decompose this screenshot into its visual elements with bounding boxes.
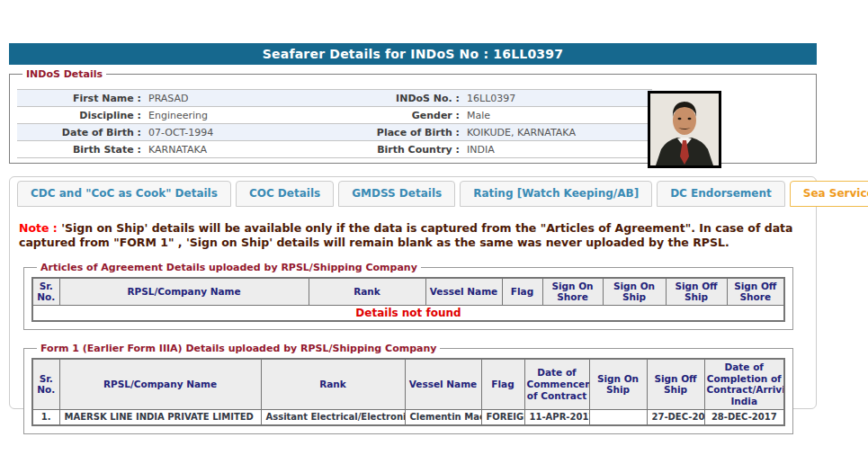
date-of-birth-label: Date of Birth : (17, 127, 141, 138)
tab-rating-watch-keeping-ab[interactable]: Rating [Watch Keeping/AB] (460, 181, 652, 207)
col-sign-on-shore: Sign On Shore (542, 278, 603, 306)
col-sign-on-ship: Sign On Ship (603, 278, 666, 306)
first-name-value: PRASAD (148, 93, 189, 104)
col-flag: Flag (502, 278, 542, 306)
col-sign-off-ship: Sign Off Ship (647, 359, 704, 409)
table-row: 1. MAERSK LINE INDIA PRIVATE LIMITED Ass… (32, 409, 784, 425)
cell-rank: Assitant Electrical/Electronics Officer (261, 409, 405, 425)
cell-commencement: 11-APR-2017 (524, 409, 589, 425)
detail-row: Birth State : KARNATAKA Birth Country : … (17, 141, 652, 158)
col-sr-no: Sr. No. (32, 278, 59, 306)
tab-coc-details[interactable]: COC Details (236, 181, 334, 207)
note-body: 'Sign on Ship' details will be available… (19, 221, 793, 249)
place-of-birth-label: Place of Birth : (370, 127, 460, 138)
col-rank: Rank (261, 359, 405, 409)
details-not-found-message: Details not found (32, 305, 784, 321)
col-sign-on-ship: Sign On Ship (589, 359, 647, 409)
form1-section: Form 1 (Earlier Form IIIA) Details uploa… (23, 343, 793, 434)
indos-no-value: 16LL0397 (467, 93, 515, 104)
col-sr-no: Sr. No. (32, 359, 59, 409)
articles-of-agreement-table: Sr. No. RPSL/Company Name Rank Vessel Na… (31, 277, 785, 323)
tab-sea-service-details[interactable]: Sea Service Details (790, 181, 868, 207)
discipline-value: Engineering (148, 110, 208, 121)
col-flag: Flag (481, 359, 524, 409)
cell-company: MAERSK LINE INDIA PRIVATE LIMITED (59, 409, 261, 425)
col-vessel-name: Vessel Name (405, 359, 481, 409)
cell-sign-off-ship: 27-DEC-2017 (647, 409, 704, 425)
detail-row: Discipline : Engineering Gender : Male (17, 107, 652, 124)
seafarer-photo (648, 91, 721, 168)
cell-sign-on-ship (589, 409, 647, 425)
col-rpsl-company-name: RPSL/Company Name (59, 278, 309, 306)
indos-details-section: INDoS Details First Name : PRASAD INDoS … (9, 68, 817, 164)
col-vessel-name: Vessel Name (425, 278, 502, 306)
articles-of-agreement-legend: Articles of Agreement Details uploaded b… (37, 262, 421, 273)
table-header-row: Sr. No. RPSL/Company Name Rank Vessel Na… (32, 359, 784, 409)
col-sign-off-ship: Sign Off Ship (666, 278, 727, 306)
birth-state-value: KARNATAKA (148, 144, 207, 156)
articles-of-agreement-section: Articles of Agreement Details uploaded b… (23, 262, 793, 331)
first-name-label: First Name : (17, 93, 141, 104)
gender-value: Male (467, 110, 490, 121)
seafarer-photo-image (650, 94, 719, 165)
discipline-label: Discipline : (17, 110, 141, 121)
tab-cdc-coc-as-cook-details[interactable]: CDC and "CoC as Cook" Details (17, 181, 231, 207)
cell-flag: FOREIGN (481, 409, 524, 425)
col-date-of-completion: Date of Completion of Contract/Arriving … (704, 359, 784, 409)
page-title: Seafarer Details for INDoS No : 16LL0397 (9, 43, 817, 65)
tab-gmdss-details[interactable]: GMDSS Details (338, 181, 455, 207)
indos-no-label: INDoS No. : (370, 93, 460, 104)
tab-bar: CDC and "CoC as Cook" Details COC Detail… (17, 181, 816, 207)
seafarer-details-page: Seafarer Details for INDoS No : 16LL0397… (0, 0, 868, 455)
date-of-birth-value: 07-OCT-1994 (148, 127, 213, 138)
cell-completion: 28-DEC-2017 (704, 409, 784, 425)
detail-row: Date of Birth : 07-OCT-1994 Place of Bir… (17, 124, 652, 141)
birth-country-label: Birth Country : (370, 144, 460, 156)
col-sign-off-shore: Sign Off Shore (727, 278, 784, 306)
indos-details-legend: INDoS Details (22, 68, 106, 80)
col-date-of-commencement: Date of Commencement of Contract (524, 359, 589, 409)
note-text: Note : 'Sign on Ship' details will be av… (19, 221, 807, 251)
detail-row: First Name : PRASAD INDoS No. : 16LL0397 (17, 90, 652, 107)
indos-detail-rows: First Name : PRASAD INDoS No. : 16LL0397… (17, 89, 652, 158)
empty-row: Details not found (32, 305, 784, 321)
tab-panel: CDC and "CoC as Cook" Details COC Detail… (9, 176, 817, 409)
col-rank: Rank (309, 278, 425, 306)
tab-dc-endorsement[interactable]: DC Endorsement (657, 181, 785, 207)
table-header-row: Sr. No. RPSL/Company Name Rank Vessel Na… (32, 278, 784, 306)
form1-legend: Form 1 (Earlier Form IIIA) Details uploa… (37, 343, 440, 354)
birth-country-value: INDIA (467, 144, 495, 156)
place-of-birth-value: KOIKUDE, KARNATAKA (467, 127, 576, 138)
note-label: Note : (19, 221, 58, 235)
col-rpsl-company-name: RPSL/Company Name (59, 359, 261, 409)
cell-vessel: Clementin Maersk (405, 409, 481, 425)
form1-table: Sr. No. RPSL/Company Name Rank Vessel Na… (31, 358, 785, 426)
cell-sr-no: 1. (32, 409, 59, 425)
gender-label: Gender : (370, 110, 460, 121)
birth-state-label: Birth State : (17, 144, 141, 156)
